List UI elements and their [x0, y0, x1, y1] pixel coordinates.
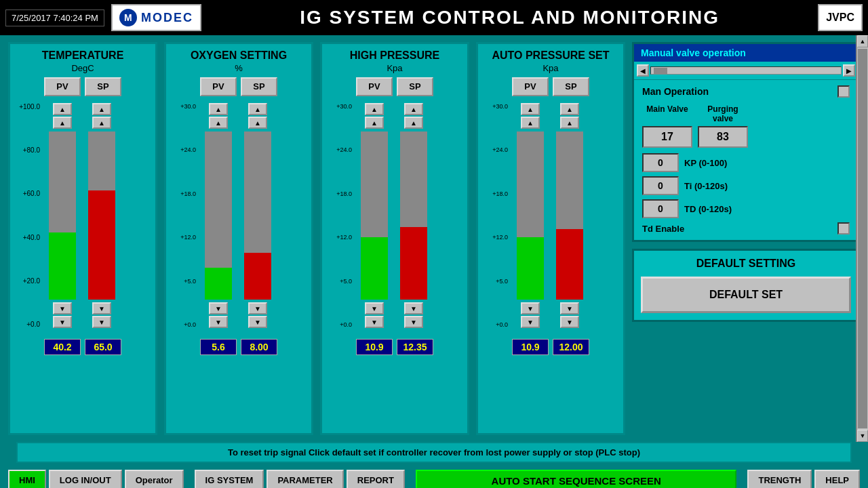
oxygen-sp-down1-button[interactable]: ▼	[248, 302, 267, 314]
high-pressure-sp-down1-button[interactable]: ▼	[404, 302, 423, 314]
high-pressure-title: HIGH PRESSURE	[350, 49, 439, 62]
temperature-pv-fill	[49, 232, 76, 300]
td-input[interactable]: 0	[642, 199, 679, 218]
oxygen-pv-up1-button[interactable]: ▲	[209, 103, 228, 115]
auto-pressure-sp-up2-button[interactable]: ▲	[560, 117, 579, 129]
temperature-sp-down1-button[interactable]: ▼	[92, 302, 111, 314]
high-pressure-pv-up-arrows: ▲ ▲	[365, 103, 384, 129]
oxygen-sp-down2-button[interactable]: ▼	[248, 316, 267, 328]
ti-row: 0 Ti (0-120s)	[642, 176, 850, 195]
high-pressure-pv-button[interactable]: PV	[356, 77, 393, 96]
oxygen-sp-up1-button[interactable]: ▲	[248, 103, 267, 115]
temperature-pv-up1-button[interactable]: ▲	[53, 103, 72, 115]
high-pressure-sp-button[interactable]: SP	[397, 77, 433, 96]
ti-input[interactable]: 0	[642, 176, 679, 195]
oxygen-pv-down1-button[interactable]: ▼	[209, 302, 228, 314]
high-pressure-pv-up1-button[interactable]: ▲	[365, 103, 384, 115]
auto-pressure-pv-track	[517, 131, 544, 300]
auto-start-button[interactable]: AUTO START SEQUENCE SCREEN	[416, 470, 737, 488]
td-enable-row: Td Enable	[642, 222, 850, 235]
nav-scrollbar[interactable]	[650, 66, 842, 75]
oxygen-pv-sp-row: PV SP	[200, 77, 277, 96]
auto-pressure-pv-value: 10.9	[512, 339, 549, 355]
purging-valve-input[interactable]: 83	[698, 126, 748, 148]
high-pressure-sp-down2-button[interactable]: ▼	[404, 316, 423, 328]
high-pressure-values: 10.9 12.35	[356, 336, 433, 355]
oxygen-sp-button[interactable]: SP	[241, 77, 277, 96]
main-content: TEMPERATURE DegC PV SP +100.0 +80.0 +60.…	[0, 35, 868, 442]
high-pressure-sp-up2-button[interactable]: ▲	[404, 117, 423, 129]
temperature-pv-down-arrows: ▼ ▼	[53, 302, 72, 328]
oxygen-pv-track	[205, 131, 232, 300]
temperature-title: TEMPERATURE	[42, 49, 124, 62]
strength-button[interactable]: TRENGTH	[747, 470, 812, 488]
oxygen-pv-up2-button[interactable]: ▲	[209, 117, 228, 129]
high-pressure-pv-up2-button[interactable]: ▲	[365, 117, 384, 129]
log-inout-button[interactable]: LOG IN/OUT	[49, 470, 122, 488]
auto-pressure-sp-down2-button[interactable]: ▼	[560, 316, 579, 328]
valve-inputs: 17 83	[642, 126, 850, 148]
scroll-down-button[interactable]: ▼	[857, 430, 868, 442]
operator-button[interactable]: Operator	[125, 470, 184, 488]
oxygen-sp-fill	[244, 253, 271, 300]
high-pressure-bar-area: +30.0 +24.0 +18.0 +12.0 +5.0 +0.0 ▲ ▲	[328, 100, 462, 331]
right-scrollbar[interactable]: ▲ ▼	[856, 35, 868, 442]
nav-left-arrow-button[interactable]: ◀	[637, 64, 649, 77]
temperature-pv-sp-row: PV SP	[44, 77, 121, 96]
td-enable-checkbox[interactable]	[837, 222, 850, 235]
temperature-sp-down2-button[interactable]: ▼	[92, 316, 111, 328]
kp-input[interactable]: 0	[642, 153, 679, 172]
auto-pressure-scale: +30.0 +24.0 +18.0 +12.0 +5.0 +0.0	[484, 100, 511, 331]
high-pressure-sp-up1-button[interactable]: ▲	[404, 103, 423, 115]
hmi-button[interactable]: HMI	[8, 470, 46, 488]
oxygen-pv-down-arrows: ▼ ▼	[209, 302, 228, 328]
man-operation-checkbox[interactable]	[837, 85, 850, 98]
auto-pressure-pv-button[interactable]: PV	[512, 77, 549, 96]
temperature-pv-col: ▲ ▲ ▼ ▼	[45, 103, 79, 328]
td-enable-label: Td Enable	[642, 224, 832, 234]
temperature-sp-button[interactable]: SP	[85, 77, 121, 96]
main-valve-input[interactable]: 17	[642, 126, 692, 148]
oxygen-pv-down2-button[interactable]: ▼	[209, 316, 228, 328]
high-pressure-pv-down2-button[interactable]: ▼	[365, 316, 384, 328]
oxygen-sp-value: 8.00	[241, 339, 277, 355]
auto-pressure-sp-down1-button[interactable]: ▼	[560, 302, 579, 314]
auto-pressure-pv-down1-button[interactable]: ▼	[521, 302, 540, 314]
scroll-up-button[interactable]: ▲	[857, 35, 868, 47]
help-button[interactable]: HELP	[814, 470, 860, 488]
temperature-pv-down2-button[interactable]: ▼	[53, 316, 72, 328]
high-pressure-bars: ▲ ▲ ▼ ▼ ▲ ▲	[355, 100, 462, 331]
logo-icon: M	[119, 9, 137, 26]
oxygen-pv-button[interactable]: PV	[200, 77, 237, 96]
temperature-unit: DegC	[71, 63, 94, 73]
purging-valve-header: Purging valve	[698, 104, 748, 123]
temperature-pv-value: 40.2	[44, 339, 81, 355]
scroll-track	[858, 49, 867, 428]
temperature-sp-up2-button[interactable]: ▲	[92, 117, 111, 129]
temperature-pv-button[interactable]: PV	[44, 77, 81, 96]
oxygen-bars: ▲ ▲ ▼ ▼ ▲ ▲	[199, 100, 306, 331]
report-button[interactable]: REPORT	[347, 470, 405, 488]
auto-pressure-sp-button[interactable]: SP	[553, 77, 589, 96]
auto-pressure-pv-up2-button[interactable]: ▲	[521, 117, 540, 129]
temperature-pv-up2-button[interactable]: ▲	[53, 117, 72, 129]
auto-pressure-sp-fill	[556, 229, 583, 300]
high-pressure-pv-value: 10.9	[356, 339, 393, 355]
nav-right-arrow-button[interactable]: ▶	[843, 64, 855, 77]
manual-valve-panel: Manual valve operation ◀ ▶ Man Operation…	[632, 42, 860, 242]
ti-label: Ti (0-120s)	[684, 181, 728, 191]
parameter-button[interactable]: PARAMETER	[267, 470, 343, 488]
temperature-sp-up1-button[interactable]: ▲	[92, 103, 111, 115]
auto-pressure-pv-col: ▲ ▲ ▼ ▼	[513, 103, 547, 328]
auto-pressure-pv-down2-button[interactable]: ▼	[521, 316, 540, 328]
oxygen-values: 5.6 8.00	[200, 336, 277, 355]
temperature-pv-down1-button[interactable]: ▼	[53, 302, 72, 314]
auto-pressure-pv-up1-button[interactable]: ▲	[521, 103, 540, 115]
default-set-button[interactable]: DEFAULT SET	[641, 277, 851, 313]
temperature-sp-down-arrows: ▼ ▼	[92, 302, 111, 328]
high-pressure-pv-down1-button[interactable]: ▼	[365, 302, 384, 314]
auto-pressure-sp-up1-button[interactable]: ▲	[560, 103, 579, 115]
high-pressure-sp-col: ▲ ▲ ▼ ▼	[397, 103, 431, 328]
oxygen-sp-up2-button[interactable]: ▲	[248, 117, 267, 129]
ig-system-button[interactable]: IG SYSTEM	[195, 470, 264, 488]
